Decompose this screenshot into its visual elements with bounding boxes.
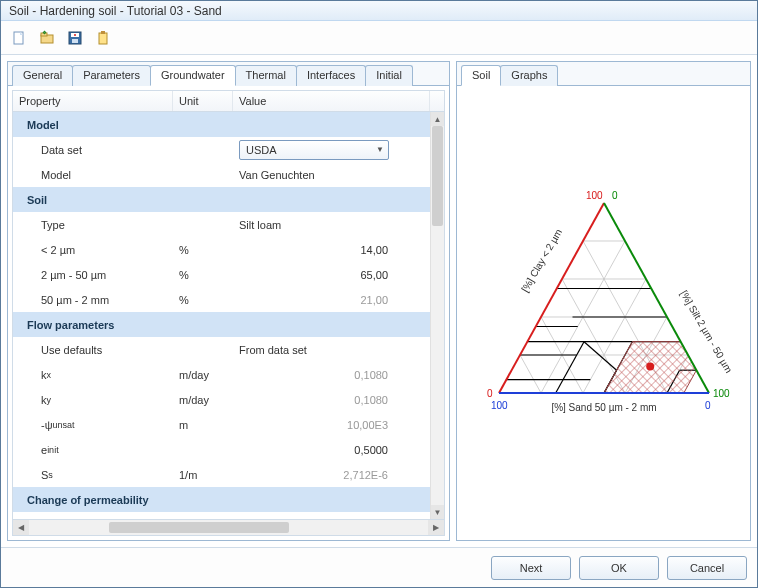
label-50um-2mm: 50 µm - 2 mm (13, 287, 173, 312)
dialog-footer: Next OK Cancel (1, 547, 757, 587)
right-tabs: Soil Graphs (457, 62, 750, 86)
value-type[interactable]: Silt loam (233, 212, 416, 237)
section-soil[interactable]: Soil (13, 187, 430, 212)
section-flow[interactable]: Flow parameters (13, 312, 430, 337)
chart-panel: Soil Graphs 100001001000[%] Clay < 2 µm[… (456, 61, 751, 541)
row-type: Type Silt loam (13, 212, 430, 237)
tab-thermal[interactable]: Thermal (235, 65, 297, 86)
grid-header: Property Unit Value (12, 90, 445, 112)
label-2-50um: 2 µm - 50 µm (13, 262, 173, 287)
toolbar-clipboard[interactable] (91, 26, 115, 50)
value-psi-unsat: 10,00E3 (233, 412, 416, 437)
svg-text:0: 0 (612, 190, 618, 201)
row-model: Model Van Genuchten (13, 162, 430, 187)
tab-groundwater[interactable]: Groundwater (150, 65, 236, 86)
scroll-thumb[interactable] (432, 126, 443, 226)
scroll-up-icon[interactable]: ▲ (431, 112, 444, 126)
value-lt2um[interactable]: 14,00 (233, 237, 416, 262)
tab-initial[interactable]: Initial (365, 65, 413, 86)
tab-interfaces[interactable]: Interfaces (296, 65, 366, 86)
next-button[interactable]: Next (491, 556, 571, 580)
tab-soil-chart[interactable]: Soil (461, 65, 501, 86)
value-einit[interactable]: 0,5000 (233, 437, 416, 462)
svg-text:0: 0 (487, 388, 493, 399)
section-model[interactable]: Model (13, 112, 430, 137)
label-type: Type (13, 212, 173, 237)
value-use-defaults[interactable]: From data set (233, 337, 416, 362)
left-tabs: General Parameters Groundwater Thermal I… (8, 62, 449, 86)
open-icon (39, 30, 55, 46)
ternary-chart[interactable]: 100001001000[%] Clay < 2 µm[%] Silt 2 µm… (457, 86, 750, 540)
svg-text:[%] Sand 50 µm - 2 mm: [%] Sand 50 µm - 2 mm (551, 402, 656, 413)
label-ss: Ss (13, 462, 173, 487)
clipboard-icon (95, 30, 111, 46)
dialog-window: Soil - Hardening soil - Tutorial 03 - Sa… (0, 0, 758, 588)
new-icon (11, 30, 27, 46)
unit-einit (173, 437, 233, 462)
value-50um-2mm: 21,00 (233, 287, 416, 312)
toolbar-new[interactable] (7, 26, 31, 50)
row-ky: ky m/day 0,1080 (13, 387, 430, 412)
data-set-dropdown[interactable]: USDA ▼ (239, 140, 389, 160)
svg-line-26 (555, 342, 583, 393)
col-value[interactable]: Value (233, 91, 430, 111)
svg-point-43 (646, 362, 654, 370)
row-lt2um: < 2 µm % 14,00 (13, 237, 430, 262)
unit-ky: m/day (173, 387, 233, 412)
unit-50um-2mm: % (173, 287, 233, 312)
ternary-svg: 100001001000[%] Clay < 2 µm[%] Silt 2 µm… (464, 173, 744, 453)
label-model: Model (13, 162, 173, 187)
hscroll-thumb[interactable] (109, 522, 289, 533)
scroll-left-icon[interactable]: ◀ (13, 520, 29, 535)
unit-ss: 1/m (173, 462, 233, 487)
unit-psi-unsat: m (173, 412, 233, 437)
unit-kx: m/day (173, 362, 233, 387)
svg-text:0: 0 (705, 400, 711, 411)
value-ss: 2,712E-6 (233, 462, 416, 487)
row-einit: einit 0,5000 (13, 437, 430, 462)
property-grid: Property Unit Value Model Data set (8, 86, 449, 540)
col-property[interactable]: Property (13, 91, 173, 111)
toolbar (1, 21, 757, 55)
value-2-50um[interactable]: 65,00 (233, 262, 416, 287)
svg-line-36 (584, 342, 617, 371)
col-unit[interactable]: Unit (173, 91, 233, 111)
label-lt2um: < 2 µm (13, 237, 173, 262)
unit-2-50um: % (173, 262, 233, 287)
horizontal-scrollbar[interactable]: ◀ ▶ (12, 520, 445, 536)
label-use-defaults: Use defaults (13, 337, 173, 362)
row-ss: Ss 1/m 2,712E-6 (13, 462, 430, 487)
scroll-right-icon[interactable]: ▶ (428, 520, 444, 535)
properties-panel: General Parameters Groundwater Thermal I… (7, 61, 450, 541)
toolbar-open[interactable] (35, 26, 59, 50)
row-psi-unsat: -ψunsat m 10,00E3 (13, 412, 430, 437)
tab-parameters[interactable]: Parameters (72, 65, 151, 86)
row-data-set: Data set USDA ▼ (13, 137, 430, 162)
tab-general[interactable]: General (12, 65, 73, 86)
svg-rect-7 (99, 33, 107, 44)
data-set-value: USDA (246, 144, 277, 156)
row-kx: kx m/day 0,1080 (13, 362, 430, 387)
svg-text:100: 100 (713, 388, 730, 399)
value-kx: 0,1080 (233, 362, 416, 387)
tab-graphs[interactable]: Graphs (500, 65, 558, 86)
section-perm[interactable]: Change of permeability (13, 487, 430, 512)
row-50um-2mm: 50 µm - 2 mm % 21,00 (13, 287, 430, 312)
svg-line-22 (520, 355, 541, 393)
svg-text:100: 100 (491, 400, 508, 411)
toolbar-save[interactable] (63, 26, 87, 50)
value-model[interactable]: Van Genuchten (233, 162, 416, 187)
ok-button[interactable]: OK (579, 556, 659, 580)
vertical-scrollbar[interactable]: ▲ ▼ (430, 112, 444, 519)
title-bar[interactable]: Soil - Hardening soil - Tutorial 03 - Sa… (1, 1, 757, 21)
svg-text:[%] Clay < 2 µm: [%] Clay < 2 µm (519, 227, 564, 294)
label-kx: kx (13, 362, 173, 387)
row-2-50um: 2 µm - 50 µm % 65,00 (13, 262, 430, 287)
cancel-button[interactable]: Cancel (667, 556, 747, 580)
save-icon (67, 30, 83, 46)
scroll-down-icon[interactable]: ▼ (431, 505, 444, 519)
label-psi-unsat: -ψunsat (13, 412, 173, 437)
label-data-set: Data set (13, 137, 173, 162)
value-ky: 0,1080 (233, 387, 416, 412)
window-title: Soil - Hardening soil - Tutorial 03 - Sa… (9, 4, 222, 18)
